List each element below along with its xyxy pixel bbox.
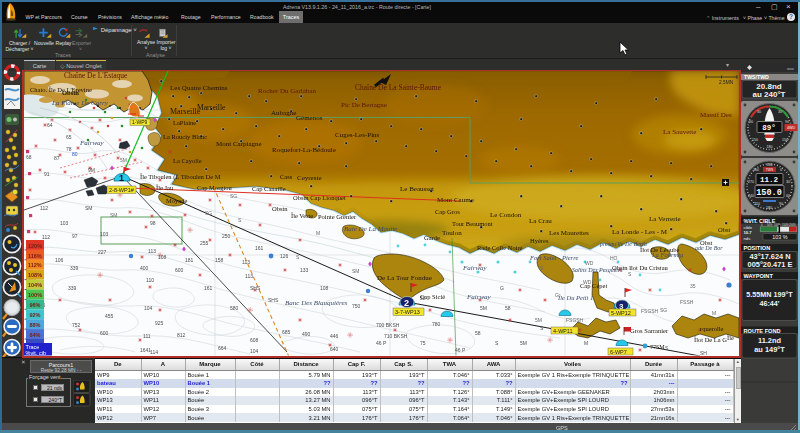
svg-text:La Crau: La Crau [529, 217, 552, 225]
svg-text:Pic De Bertagne: Pic De Bertagne [341, 101, 387, 109]
svg-text:Cuges-Les-Pins: Cuges-Les-Pins [335, 131, 380, 139]
svg-text:M: M [584, 340, 588, 346]
svg-text:108: 108 [158, 254, 167, 260]
svg-text:ooo: ooo [787, 66, 794, 71]
svg-text:TWS: TWS [766, 168, 774, 172]
svg-text:ade De Bor: ade De Bor [695, 245, 723, 251]
svg-text:FSSH: FSSH [680, 299, 694, 305]
svg-text:005°20.471 E: 005°20.471 E [748, 260, 793, 269]
svg-text:TWS/TWD: TWS/TWD [744, 74, 769, 80]
svg-text:103: 103 [60, 220, 69, 226]
svg-text:80: 80 [72, 151, 78, 157]
svg-text:Fairway: Fairway [466, 293, 492, 301]
svg-text:ROUTE FOND: ROUTE FOND [744, 328, 781, 334]
svg-text:92%: 92% [30, 312, 41, 318]
svg-text:98: 98 [150, 220, 156, 226]
svg-text:Mont Carpiagne: Mont Carpiagne [216, 140, 262, 148]
svg-text:La Sauvette: La Sauvette [663, 128, 696, 136]
svg-text:Obstn: Obstn [272, 205, 288, 212]
svg-text:11.2nd: 11.2nd [758, 336, 781, 345]
svg-text:30: 30 [778, 110, 782, 114]
svg-text:104: 104 [250, 348, 259, 354]
svg-text:240: 240 [748, 194, 754, 198]
svg-text:FSGSH: FSGSH [641, 308, 659, 314]
svg-text:110: 110 [146, 277, 154, 283]
svg-text:Île Tiboulen (L Tiboulen De M: Île Tiboulen (L Tiboulen De M [140, 173, 221, 181]
svg-text:FSGSH: FSGSH [566, 317, 584, 323]
svg-text:330: 330 [767, 163, 773, 167]
svg-text:300: 300 [753, 168, 759, 172]
svg-text:1: 1 [119, 173, 124, 183]
svg-text:nds: nds [744, 236, 751, 241]
svg-text:400: 400 [140, 265, 149, 271]
svg-text:2: 2 [404, 298, 409, 308]
svg-text:108%: 108% [28, 272, 42, 278]
svg-text:Salins Des Pesquiers: Salins Des Pesquiers [572, 267, 623, 273]
svg-text:HO: HO [610, 255, 618, 261]
svg-text:120%: 120% [28, 243, 42, 249]
svg-text:1-WP9: 1-WP9 [132, 119, 148, 125]
svg-text:La Rouciy Blanc: La Rouciy Blanc [163, 133, 207, 140]
svg-text:58: 58 [505, 305, 511, 311]
svg-text:112: 112 [42, 234, 50, 240]
svg-text:11.2: 11.2 [760, 176, 779, 184]
svg-text:640: 640 [330, 346, 339, 352]
svg-text:210: 210 [754, 202, 760, 206]
svg-text:Pointe Grenier: Pointe Grenier [318, 213, 357, 220]
svg-text:30: 30 [786, 180, 790, 184]
svg-text:Ceyreste: Ceyreste [297, 174, 322, 182]
svg-text:925: 925 [155, 320, 164, 326]
svg-text:La Plaine De Carry: La Plaine De Carry [51, 99, 109, 107]
svg-text:30: 30 [757, 110, 761, 114]
svg-text:5M: 5M [520, 340, 527, 346]
svg-text:Cap Canaille: Cap Canaille [252, 185, 286, 192]
svg-text:111: 111 [143, 333, 151, 339]
svg-text:113: 113 [148, 248, 156, 254]
svg-text:Gémenos: Gémenos [296, 114, 323, 122]
svg-text:5-WP12: 5-WP12 [611, 310, 631, 316]
svg-text:84%: 84% [30, 332, 41, 338]
svg-text:2.5MN: 2.5MN [719, 80, 734, 85]
svg-text:Île: Île [727, 334, 734, 341]
svg-text:Cass: Cass [280, 173, 293, 180]
svg-text:113: 113 [245, 273, 253, 279]
svg-text:75: 75 [420, 340, 426, 346]
svg-text:255: 255 [200, 240, 209, 246]
svg-text:Obstn Cap Lionquet: Obstn Cap Lionquet [293, 194, 346, 201]
svg-text:103: 103 [100, 231, 109, 237]
svg-text:60: 60 [786, 194, 790, 198]
svg-text:161: 161 [204, 285, 213, 291]
svg-text:POSITION: POSITION [744, 245, 771, 251]
svg-text:La Londe - Les - M: La Londe - Les - M [612, 228, 668, 236]
svg-text:112%: 112% [28, 262, 42, 268]
svg-text:presqu'île De Berth: presqu'île De Berth [599, 241, 647, 247]
svg-text:SG: SG [660, 307, 667, 313]
svg-text:rquerolle: rquerolle [700, 325, 724, 332]
svg-text:Chaîne De L'Estaque: Chaîne De L'Estaque [64, 71, 128, 80]
svg-text:112: 112 [40, 205, 48, 211]
svg-text:3-7-WP13: 3-7-WP13 [395, 309, 420, 315]
svg-text:Baie De La Moutte: Baie De La Moutte [344, 225, 397, 233]
svg-text:Aubagne: Aubagne [271, 109, 296, 117]
svg-text:4WD: 4WD [787, 126, 795, 130]
svg-text:64: 64 [47, 122, 53, 128]
svg-text:6-WP7: 6-WP7 [610, 349, 627, 355]
svg-text:46 P: 46 P [376, 340, 387, 346]
svg-text:339: 339 [68, 285, 77, 291]
svg-text:Mont Caume: Mont Caume [437, 196, 474, 204]
svg-text:88%: 88% [30, 322, 41, 328]
svg-text:114: 114 [150, 349, 158, 355]
svg-text:SM: SM [85, 205, 93, 211]
svg-text:Les Maurettes: Les Maurettes [549, 229, 589, 237]
svg-text:De La Tour Fondue: De La Tour Fondue [377, 274, 432, 282]
svg-text:2-8-WP1#: 2-8-WP1# [109, 187, 135, 193]
svg-text:113: 113 [242, 259, 250, 265]
svg-text:87: 87 [54, 155, 60, 161]
svg-text:180: 180 [767, 145, 773, 149]
svg-text:Cap Morgiou: Cap Morgiou [197, 184, 232, 191]
svg-text:608: 608 [250, 337, 259, 343]
svg-text:Fairway: Fairway [462, 264, 488, 272]
svg-text:Îlot De La G: Îlot De La G [694, 336, 727, 343]
svg-text:%vit. cib: %vit. cib [26, 350, 46, 356]
svg-text:Île Du Petit 1: Île Du Petit 1 [557, 294, 593, 301]
